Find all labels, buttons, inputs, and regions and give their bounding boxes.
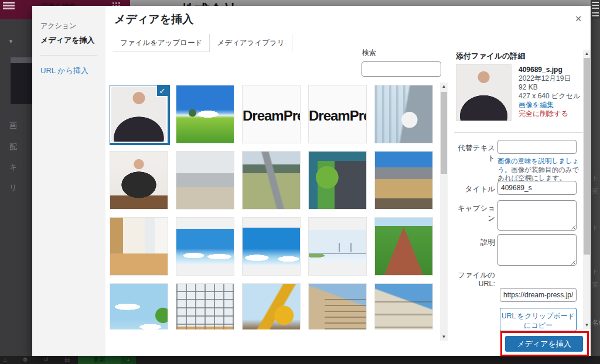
media-item[interactable] [110,151,168,210]
alt-text-label: 代替テキスト [454,143,495,163]
description-label: 説明 [454,238,495,248]
attachment-thumbnail [456,64,512,121]
details-scrollbar[interactable]: ▲ ▼ [583,50,591,329]
attachment-details-heading: 添付ファイルの詳細 [456,51,526,61]
grid-scrollbar-thumb[interactable] [441,92,447,174]
attachment-date: 2022年12月19日 [519,74,588,83]
check-icon: ✓ [156,85,168,97]
attachment-dimensions: 427 x 640 ピクセル [519,92,588,101]
site-title: ○○株式会社 [164,1,237,6]
attachment-filesize: 92 KB [519,83,588,92]
logo-text: DreamPre [309,108,366,124]
scroll-down-icon[interactable]: ▼ [583,321,591,329]
media-item[interactable] [308,151,367,210]
media-modal: アクション メディアを挿入 URL から挿入 メディアを挿入 ✕ ファイルをアッ… [32,6,591,356]
background-text-fragment: 名前 [592,318,600,327]
media-item[interactable] [176,151,234,210]
details-scrollbar-thumb[interactable] [584,58,590,255]
grid-scrollbar[interactable]: ▲ ▼ [440,83,448,341]
background-bottom-bar: ⌂ ⚙ ↺ ▤ ◉ 更新 ▲ [0,356,600,364]
title-label: タイトル [454,184,495,194]
media-item[interactable] [176,217,234,276]
background-text-fragment: キ [9,162,17,173]
search-input[interactable] [362,61,441,77]
background-text-fragment: ト [592,267,598,276]
scroll-up-icon[interactable]: ▲ [583,50,591,57]
tab-media-library[interactable]: メディアライブラリ [210,34,292,52]
file-url-input[interactable] [500,288,577,302]
media-item[interactable]: ✓ [110,85,168,143]
tab-upload-files[interactable]: ファイルをアップロード [113,34,210,52]
scroll-up-icon[interactable]: ▲ [440,83,448,90]
background-text-fragment: 実 [592,280,598,289]
logo-text: DreamPres [243,108,300,124]
sidebar-item-insert-from-url[interactable]: URL から挿入 [40,66,88,76]
settings-menu-icon[interactable] [591,0,600,19]
modal-sidebar: アクション メディアを挿入 URL から挿入 [32,6,105,356]
background-thumbnail [11,57,32,104]
media-item[interactable] [242,217,301,276]
screen: 画像を編集 ○○株式会社 ▼ 画配キリ ト実トト実名前 ⌂ ⚙ ↺ ▤ ◉ 更新… [0,0,600,364]
alt-help-text: 画像の意味を説明しましょう。画像が装飾目的のみであれば空欄にします。 [497,157,579,183]
background-text-fragment: 画 [9,121,17,131]
caption-label: キャプション [454,204,495,224]
media-item[interactable] [176,283,234,329]
copy-url-button[interactable]: URL をクリップボードにコピー [500,308,577,331]
attachment-filename: 409689_s.jpg [519,66,588,74]
menu-icon[interactable] [3,2,15,10]
media-item[interactable] [242,151,301,210]
details-divider [454,132,588,133]
annotation-box [500,331,589,356]
scroll-down-icon[interactable]: ▼ [440,333,448,341]
background-text-fragment: ト [592,224,598,232]
background-text-fragment: 配 [9,142,17,152]
media-item[interactable] [176,85,234,143]
media-item[interactable] [308,283,367,329]
media-item[interactable]: DreamPres [242,85,301,143]
page-behind: ○○株式会社 [130,0,591,6]
update-button[interactable]: 更新 [78,356,121,364]
sidebar-heading: アクション [40,21,76,31]
file-url-label: ファイルの URL: [454,271,495,289]
caption-textarea[interactable] [497,200,577,231]
alt-help-rest: 。画像が装飾目的のみであれば空欄にします。 [497,166,579,182]
description-textarea[interactable] [497,234,577,266]
background-text-fragment: リ [9,183,17,193]
media-item[interactable] [308,217,367,276]
update-caret-icon[interactable]: ▲ [121,356,136,364]
media-item[interactable] [110,283,168,329]
attachment-info: 409689_s.jpg 2022年12月19日 92 KB 427 x 640… [519,66,588,118]
background-text-fragment: 実 [592,187,598,195]
media-item[interactable] [374,283,433,329]
media-item[interactable] [242,283,301,329]
modal-title: メディアを挿入 [114,12,193,27]
background-left-panel: ▼ 画配キリ [0,19,32,356]
media-item[interactable] [374,85,433,143]
media-item[interactable] [374,217,433,276]
media-item[interactable] [110,217,168,276]
background-text-fragment: ト [592,174,598,183]
background-right-panel: ト実トト実名前 [591,19,600,356]
title-input[interactable] [497,181,577,195]
media-library-grid: ✓DreamPresDreamPre [110,85,435,329]
delete-permanently-link[interactable]: 完全に削除する [519,109,588,118]
sidebar-divider [40,55,97,56]
edit-image-link[interactable]: 画像を編集 [519,101,588,109]
sidebar-item-insert-media[interactable]: メディアを挿入 [40,35,95,46]
media-tabs: ファイルをアップロード メディアライブラリ [113,34,292,52]
media-item[interactable] [374,151,433,210]
close-icon[interactable]: ✕ [571,12,585,26]
search-label: 検索 [362,48,376,58]
alt-text-input[interactable] [497,140,577,154]
media-item[interactable]: DreamPre [308,85,367,143]
chevron-down-icon: ▼ [8,39,13,44]
